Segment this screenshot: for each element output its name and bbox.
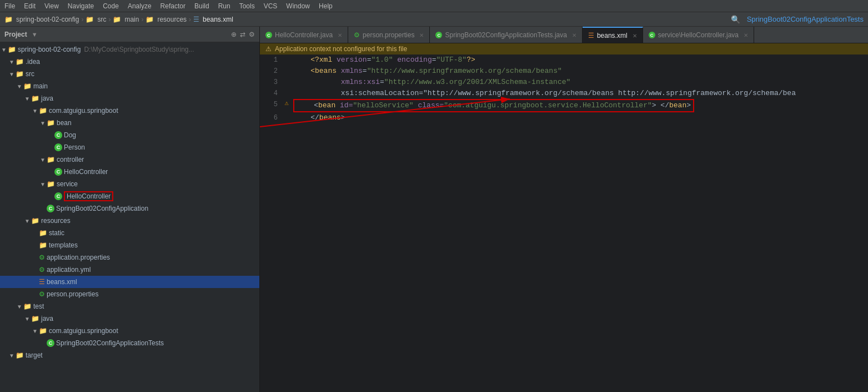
tree-item[interactable]: ▼📁src [0, 68, 259, 80]
breadcrumb-resources[interactable]: resources [157, 16, 187, 23]
line-content[interactable]: <bean id="helloService" class="com.atgui… [291, 99, 868, 112]
tree-item[interactable]: ⚙person.properties [0, 288, 259, 300]
tree-item[interactable]: ⚙application.properties [0, 251, 259, 264]
line-content[interactable]: </beans> [291, 112, 868, 123]
tab-label: HelloController.java [275, 31, 333, 39]
app-root: File Edit View Navigate Code Analyze Ref… [0, 0, 868, 392]
tree-item[interactable]: ▼📁java [0, 312, 259, 325]
line-number: 2 [260, 66, 282, 77]
menu-analyze[interactable]: Analyze [123, 2, 156, 10]
tree-label: com.atguigu.springboot [49, 327, 118, 335]
tree-item[interactable]: ▼📁main [0, 80, 259, 92]
tree-item[interactable]: ⚙application.yml [0, 264, 259, 276]
tree-arrow: ▼ [0, 47, 8, 53]
sidebar-header: Project ▼ ⊕ ⇄ ⚙ [0, 27, 259, 42]
menu-edit[interactable]: Edit [19, 2, 40, 10]
tree-label: SpringBoot02ConfigApplicationTests [56, 339, 164, 347]
tree-label: target [26, 351, 43, 359]
breadcrumb-main[interactable]: main [124, 16, 139, 23]
tree-item[interactable]: ☰beans.xml [0, 276, 259, 288]
tree-item[interactable]: ▼📁target [0, 349, 259, 361]
tree-arrow: ▼ [23, 96, 31, 102]
breadcrumb-root[interactable]: spring-boot-02-config [16, 16, 79, 23]
tree-label: com.atguigu.springboot [49, 107, 118, 115]
tree-arrow: ▼ [8, 353, 16, 359]
folder-icon: 📁 [23, 302, 32, 310]
tree-item[interactable]: ▼📁test [0, 300, 259, 312]
tree-item[interactable]: ▼📁.idea [0, 56, 259, 68]
tree-label: person.properties [47, 290, 98, 298]
line-content[interactable]: xmlns:xsi="http://www.w3.org/2001/XMLSch… [291, 77, 868, 88]
tree-item[interactable]: CSpringBoot02ConfigApplication [0, 202, 259, 215]
line-number: 6 [260, 112, 282, 123]
folder-icon: 📁 [39, 107, 47, 115]
menu-window[interactable]: Window [282, 2, 314, 10]
folder-icon: 📁 [47, 180, 55, 188]
tree-arrow: ▼ [39, 181, 47, 187]
tab-close-btn[interactable]: ✕ [572, 32, 576, 38]
tree-label: Person [64, 143, 85, 151]
code-line: 2 <beans xmlns="http://www.springframewo… [260, 66, 868, 77]
folder-icon: 📁 [23, 82, 32, 90]
tree-label: SpringBoot02ConfigApplication [56, 205, 148, 212]
sidebar-gear-icon[interactable]: ⚙ [249, 31, 255, 38]
tree-item[interactable]: ▼📁java [0, 92, 259, 105]
tree-item[interactable]: 📁static [0, 227, 259, 239]
menu-build[interactable]: Build [190, 2, 214, 10]
sidebar-circle-icon[interactable]: ⊕ [231, 31, 237, 38]
tree-label: static [49, 229, 64, 237]
tab-label: beans.xml [597, 32, 628, 39]
search-icon[interactable]: 🔍 [731, 15, 740, 24]
tree-item[interactable]: ▼📁com.atguigu.springboot [0, 105, 259, 117]
tab-close-btn[interactable]: ✕ [419, 32, 424, 38]
editor-tab[interactable]: CHelloController.java✕ [260, 27, 348, 43]
editor-tab[interactable]: ⚙person.properties✕ [348, 27, 430, 43]
menu-navigate[interactable]: Navigate [63, 2, 98, 10]
menu-vcs[interactable]: VCS [259, 2, 282, 10]
java-icon: C [54, 143, 62, 151]
menu-run[interactable]: Run [214, 2, 235, 10]
menu-help[interactable]: Help [314, 2, 337, 10]
tree-item[interactable]: CSpringBoot02ConfigApplicationTests [0, 337, 259, 349]
tree-item[interactable]: CDog [0, 129, 259, 141]
editor-tab[interactable]: ☰beans.xml✕ [583, 27, 643, 43]
code-line: 4 xsi:schemaLocation="http://www.springf… [260, 88, 868, 99]
main-folder-icon: 📁 [113, 16, 121, 23]
tree-item[interactable]: ▼📁service [0, 178, 259, 190]
sidebar-equalizer-icon[interactable]: ⇄ [240, 31, 245, 38]
tab-close-btn[interactable]: ✕ [633, 33, 637, 39]
line-content[interactable]: xsi:schemaLocation="http://www.springfra… [291, 88, 868, 99]
menu-file[interactable]: File [0, 2, 19, 10]
tree-item[interactable]: ▼📁com.atguigu.springboot [0, 325, 259, 337]
tab-close-btn[interactable]: ✕ [338, 32, 342, 38]
line-content[interactable]: <?xml version="1.0" encoding="UTF-8"?> [291, 54, 868, 66]
menu-code[interactable]: Code [98, 2, 123, 10]
tree-item[interactable]: ▼📁spring-boot-02-config D:\MyCode\Spring… [0, 43, 259, 56]
breadcrumb-src[interactable]: src [97, 16, 106, 23]
tab-close-btn[interactable]: ✕ [744, 32, 748, 38]
tree-item[interactable]: CPerson [0, 141, 259, 153]
sidebar-dropdown-icon[interactable]: ▼ [32, 31, 38, 38]
menu-tools[interactable]: Tools [235, 2, 259, 10]
tree-item[interactable]: ▼📁resources [0, 215, 259, 227]
warning-bar: ⚠ Application context not configured for… [260, 43, 868, 54]
project-folder-icon: 📁 [4, 16, 13, 23]
tree-item[interactable]: ▼📁controller [0, 153, 259, 166]
menu-view[interactable]: View [40, 2, 63, 10]
menu-refactor[interactable]: Refactor [156, 2, 190, 10]
folder-icon: 📁 [31, 95, 39, 102]
tree-item[interactable]: CHelloController [0, 166, 259, 178]
warning-message: Application context not configured for t… [275, 45, 407, 53]
tab-label: service\HelloController.java [658, 31, 739, 39]
tree-item[interactable]: 📁templates [0, 239, 259, 251]
tree-item[interactable]: CHelloController [0, 190, 259, 202]
breadcrumb-file[interactable]: beans.xml [203, 16, 233, 23]
tab-bar: CHelloController.java✕⚙person.properties… [260, 27, 868, 43]
code-area: 1 <?xml version="1.0" encoding="UTF-8"?>… [260, 54, 868, 123]
tree-item[interactable]: ▼📁bean [0, 117, 259, 129]
editor-tab[interactable]: CSpringBoot02ConfigApplicationTests.java… [430, 27, 582, 43]
line-content[interactable]: <beans xmlns="http://www.springframework… [291, 66, 868, 77]
editor-tab[interactable]: Cservice\HelloController.java✕ [643, 27, 754, 43]
tab-label: person.properties [363, 31, 414, 39]
editor-content[interactable]: 1 <?xml version="1.0" encoding="UTF-8"?>… [260, 54, 868, 123]
